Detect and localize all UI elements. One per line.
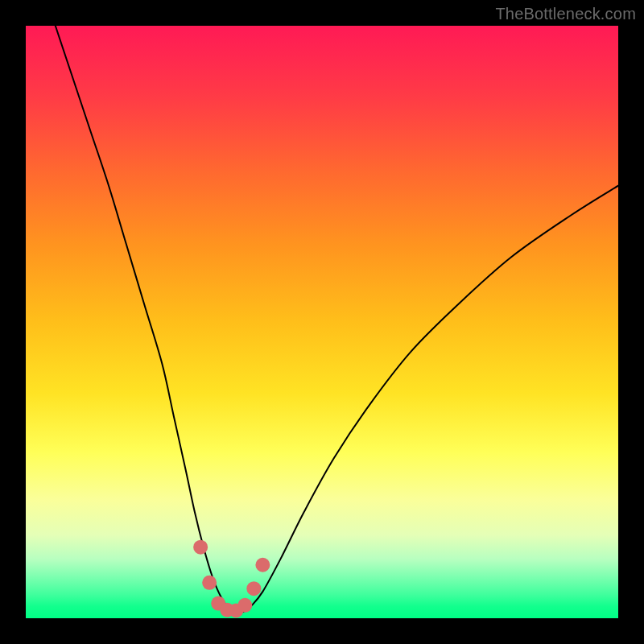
highlight-dot: [193, 540, 208, 555]
curve-svg: [26, 26, 618, 618]
chart-frame: TheBottleneck.com: [0, 0, 644, 644]
watermark-label: TheBottleneck.com: [495, 5, 636, 23]
highlight-dot: [246, 581, 261, 596]
highlight-dot: [202, 576, 217, 590]
highlight-dot: [237, 598, 252, 613]
plot-area: [26, 26, 618, 618]
highlight-dots: [193, 540, 270, 618]
highlight-dot: [255, 558, 270, 572]
bottleneck-curve: [56, 26, 618, 613]
